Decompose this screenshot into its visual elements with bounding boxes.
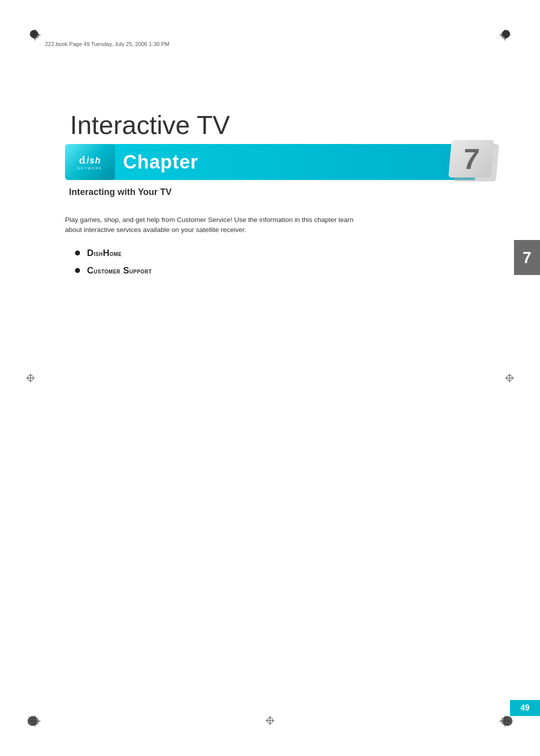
chapter-body-text: Play games, shop, and get help from Cust… — [65, 215, 355, 236]
chapter-number-foreground: 7 — [448, 140, 494, 178]
bullet-dot-1 — [75, 250, 80, 256]
crosshair-center-bottom — [266, 716, 274, 725]
print-metadata: 222.book Page 49 Tuesday, July 25, 2006 … — [45, 41, 170, 47]
page-content: Interactive TV d . ish NETWORK Chapter — [65, 110, 475, 696]
side-tab-number: 7 — [522, 248, 532, 267]
chapter-title: Interactive TV — [70, 110, 475, 140]
list-item: Customer Support — [75, 266, 475, 276]
crosshair-tl — [29, 29, 41, 41]
chapter-header: Interactive TV d . ish NETWORK Chapter — [65, 110, 475, 198]
cyan-banner-strip: Chapter 7 — [113, 144, 475, 180]
chapter-banner: d . ish NETWORK Chapter 7 — [65, 144, 475, 180]
chapter-bullet-list: DishHome Customer Support — [75, 248, 475, 276]
crosshair-right-edge — [505, 374, 514, 382]
bullet-dot-2 — [75, 268, 80, 273]
bullet-item-dishhome: DishHome — [87, 248, 122, 258]
chapter-banner-label: Chapter — [123, 152, 198, 173]
crosshair-br — [499, 715, 511, 727]
chapter-subheading: Interacting with Your TV — [69, 187, 475, 198]
crosshair-left-edge — [26, 374, 35, 382]
dish-network-logo: d . ish NETWORK — [65, 144, 115, 180]
list-item: DishHome — [75, 248, 475, 258]
crosshair-bl — [29, 715, 41, 727]
side-tab: 7 — [514, 240, 540, 275]
page-number-box: 49 — [510, 700, 540, 716]
chapter-number-text: 7 — [462, 142, 480, 176]
bullet-item-customer-support: Customer Support — [87, 266, 152, 276]
dish-logo-inner: d . ish NETWORK — [78, 154, 102, 170]
dish-logo-network-label: NETWORK — [78, 166, 102, 170]
chapter-number-decoration: 7 — [450, 140, 505, 184]
dish-logo-d: d — [79, 154, 85, 166]
dish-logo-ish: ish — [86, 156, 101, 165]
crosshair-tr — [499, 29, 511, 41]
page-number: 49 — [520, 704, 530, 712]
